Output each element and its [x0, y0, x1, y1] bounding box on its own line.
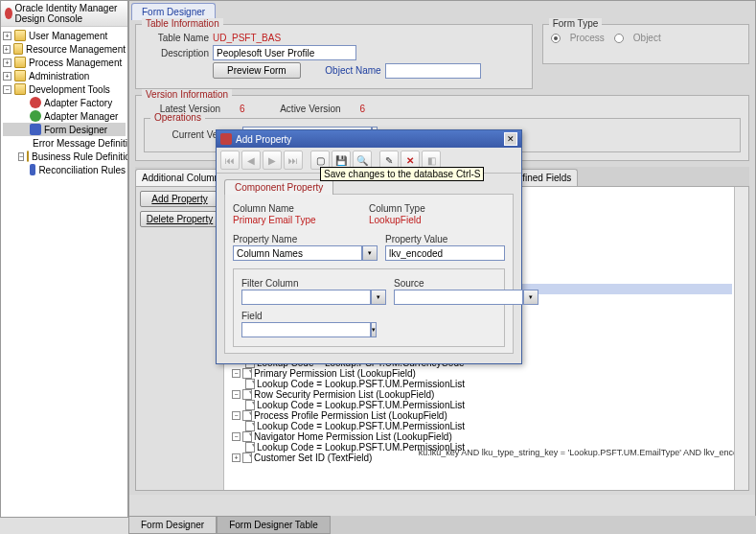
- expander-icon[interactable]: +: [3, 45, 11, 54]
- delete-property-button[interactable]: Delete Property: [140, 211, 219, 227]
- tree-label: Business Rule Definition: [32, 151, 128, 162]
- document-icon: [242, 431, 252, 442]
- add-property-button[interactable]: Add Property: [140, 191, 219, 207]
- tree-item[interactable]: Error Message Definition: [3, 136, 126, 150]
- node-icon: [30, 164, 35, 175]
- first-record-icon[interactable]: ⏮: [220, 151, 240, 170]
- operations-legend: Operations: [150, 112, 205, 123]
- folder-icon: [14, 30, 26, 41]
- property-tree-label: Primary Permission List (LookupField): [254, 368, 416, 379]
- expander-icon[interactable]: −: [232, 411, 241, 420]
- expander-icon[interactable]: +: [3, 32, 11, 40]
- property-value-label: Property Value: [385, 234, 505, 244]
- column-name-value: Primary Email Type: [233, 215, 369, 225]
- dialog-close-button[interactable]: ✕: [504, 132, 517, 146]
- property-tree-item[interactable]: −Process Profile Permission List (Lookup…: [226, 410, 732, 421]
- expander-icon[interactable]: −: [3, 85, 11, 94]
- tree-label: Reconciliation Rules: [38, 165, 126, 175]
- last-record-icon[interactable]: ⏭: [284, 151, 303, 170]
- tree-item[interactable]: −Business Rule Definition: [3, 150, 126, 163]
- column-name-label: Column Name: [233, 203, 369, 214]
- prev-record-icon[interactable]: ◀: [241, 151, 261, 170]
- tree-item[interactable]: Adapter Factory: [3, 96, 126, 109]
- expander-icon[interactable]: −: [232, 432, 241, 441]
- scrollbar-vertical[interactable]: [734, 187, 748, 490]
- property-tree-item[interactable]: Lookup Code = Lookup.PSFT.UM.PermissionL…: [226, 379, 732, 389]
- expander-icon[interactable]: −: [232, 369, 241, 378]
- bottom-tab-bar: Form Designer Form Designer Table: [128, 516, 756, 534]
- chevron-down-icon[interactable]: ▾: [371, 322, 377, 337]
- object-name-input[interactable]: [385, 63, 481, 79]
- oracle-icon: [5, 8, 12, 19]
- expander-icon[interactable]: +: [232, 453, 241, 462]
- tree-label: Resource Management: [26, 44, 126, 55]
- expander-icon[interactable]: −: [232, 390, 241, 399]
- expander-icon[interactable]: +: [3, 72, 11, 81]
- description-input[interactable]: [213, 45, 356, 60]
- bottom-tab-form-designer[interactable]: Form Designer: [128, 516, 217, 534]
- property-tree-item[interactable]: Lookup Code = Lookup.PSFT.UM.PermissionL…: [226, 400, 732, 410]
- latest-version-value: 6: [240, 104, 245, 114]
- tree-item[interactable]: Reconciliation Rules: [3, 163, 126, 176]
- document-icon: [242, 453, 252, 463]
- next-record-icon[interactable]: ▶: [263, 151, 282, 170]
- property-tree-item[interactable]: Lookup Code = Lookup.PSFT.UM.PermissionL…: [226, 421, 732, 431]
- truncated-query-text: ku.lku_key AND lku_type_string_key = 'Lo…: [419, 448, 734, 457]
- property-tree-label: Process Profile Permission List (LookupF…: [254, 410, 447, 421]
- table-information-legend: Table Information: [142, 18, 223, 29]
- filter-column-combo[interactable]: [241, 290, 371, 305]
- dialog-titlebar[interactable]: Add Property ✕: [217, 130, 521, 148]
- chevron-down-icon[interactable]: ▾: [371, 290, 386, 305]
- top-tab-bar: Form Designer: [129, 1, 755, 20]
- folder-icon: [14, 70, 26, 81]
- property-tree-label: Customer Set ID (TextField): [254, 453, 372, 463]
- bottom-tab-form-designer-table[interactable]: Form Designer Table: [217, 516, 331, 534]
- tree-item[interactable]: +Resource Management: [3, 42, 126, 56]
- field-label: Field: [241, 311, 361, 321]
- source-combo[interactable]: [394, 290, 523, 305]
- property-name-combo[interactable]: [233, 245, 362, 261]
- dialog-subtab-component-property[interactable]: Component Property: [224, 179, 333, 195]
- navigator-panel: Oracle Identity Manager Design Console +…: [0, 0, 128, 518]
- tree-item[interactable]: Form Designer: [3, 123, 126, 136]
- form-type-process-radio[interactable]: [551, 34, 561, 43]
- field-combo[interactable]: [241, 322, 371, 337]
- tree-label: Adapter Manager: [44, 111, 118, 122]
- dialog-toolbar: ⏮ ◀ ▶ ⏭ ▢ 💾 🔍 ✎ ✕ ◧ Save changes to the …: [217, 148, 521, 174]
- dialog-filter-section: Filter Column ▾ Source ▾ Field ▾: [233, 268, 505, 347]
- property-tree-label: Lookup Code = Lookup.PSFT.UM.PermissionL…: [257, 421, 465, 431]
- property-value-input[interactable]: [385, 245, 505, 261]
- tree-label: Administration: [29, 71, 89, 81]
- chevron-down-icon[interactable]: ▾: [523, 290, 538, 305]
- source-label: Source: [394, 278, 538, 289]
- expander-icon[interactable]: −: [18, 152, 24, 161]
- dialog-main-section: Column Name Primary Email Type Column Ty…: [224, 194, 514, 354]
- column-type-value: LookupField: [369, 215, 505, 225]
- expander-icon[interactable]: +: [3, 58, 11, 67]
- description-label: Description: [144, 48, 209, 58]
- tree-item[interactable]: Adapter Manager: [3, 109, 126, 123]
- property-tree-item[interactable]: −Primary Permission List (LookupField): [226, 368, 732, 379]
- chevron-down-icon[interactable]: ▾: [362, 245, 378, 261]
- preview-form-button[interactable]: Preview Form: [213, 62, 301, 79]
- folder-icon: [14, 83, 26, 95]
- save-tooltip: Save changes to the database Ctrl-S: [320, 167, 484, 181]
- document-icon: [242, 389, 252, 400]
- tree-item[interactable]: +User Management: [3, 29, 126, 42]
- property-tree-item[interactable]: −Row Security Permision List (LookupFiel…: [226, 389, 732, 400]
- tree-item[interactable]: +Administration: [3, 69, 126, 82]
- oracle-icon: [220, 133, 232, 145]
- document-icon: [242, 410, 252, 421]
- property-tree-item[interactable]: −Navigator Home Permission List (LookupF…: [226, 431, 732, 442]
- node-icon: [30, 124, 41, 135]
- active-version-label: Active Version: [264, 104, 341, 114]
- navigator-title: Oracle Identity Manager Design Console: [1, 1, 127, 27]
- tree-item[interactable]: −Development Tools: [3, 82, 126, 96]
- dialog-title-text: Add Property: [236, 134, 291, 145]
- folder-icon: [27, 151, 29, 162]
- form-type-object-radio[interactable]: [614, 34, 624, 43]
- tree-label: Development Tools: [29, 84, 110, 95]
- tree-item[interactable]: +Process Management: [3, 56, 126, 69]
- table-information-group: Table Information Table Name UD_PSFT_BAS…: [135, 24, 533, 89]
- tree-label: Adapter Factory: [44, 98, 112, 108]
